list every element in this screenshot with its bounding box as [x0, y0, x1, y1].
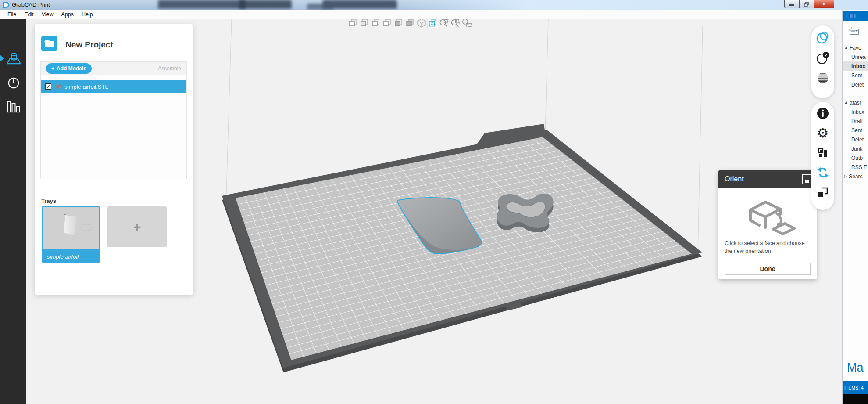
new-email-icon[interactable]: [849, 27, 859, 35]
title-bar: GrabCAD Print ▬ ✕: [0, 0, 868, 10]
tray-name: simple airfoil: [43, 249, 99, 263]
assemble-toggle[interactable]: Assemble: [158, 65, 181, 72]
folder-item[interactable]: Draft: [843, 116, 868, 126]
mail-nav-link[interactable]: Ma: [847, 361, 864, 375]
scale-icon[interactable]: [816, 185, 830, 199]
active-nav-marker: [0, 55, 4, 62]
menu-item[interactable]: Apps: [57, 10, 78, 19]
orient-rotate-icon[interactable]: [816, 166, 830, 180]
folder-item[interactable]: Unrea: [843, 52, 868, 61]
model-list-toolbar: + Add Models Assemble: [41, 62, 186, 75]
folder-item[interactable]: Delet: [843, 80, 868, 89]
folder-item[interactable]: [843, 89, 868, 94]
model-checkbox[interactable]: ✓: [45, 83, 51, 90]
model-cube-icon: [55, 83, 61, 90]
close-button[interactable]: ✕: [814, 0, 834, 8]
orient-panel-header: Orient: [718, 170, 817, 188]
tray-validate-icon[interactable]: [816, 51, 830, 65]
outlook-window-edge: O FILE ▲Favo Unrea Inbox Sent Delet ▲afa…: [842, 0, 868, 404]
settings-gear-icon[interactable]: ⚙: [816, 126, 830, 140]
model-info-icon[interactable]: [816, 106, 830, 120]
model-list: + Add Models Assemble ✓ simple airfoil.S…: [40, 61, 187, 179]
folder-item[interactable]: Sent: [843, 71, 868, 80]
tray-thumbnail: [43, 207, 99, 248]
add-models-button[interactable]: + Add Models: [46, 63, 92, 74]
folder-item[interactable]: Sent: [843, 126, 868, 135]
model-name: simple airfoil.STL: [64, 83, 108, 90]
minimize-button[interactable]: ▬: [784, 0, 799, 8]
project-folder-icon: [41, 36, 57, 51]
background-tab: [239, 0, 292, 9]
left-nav-sidebar: [0, 19, 26, 404]
background-tab: [158, 0, 246, 9]
expand-arrow-icon: ▷: [844, 174, 847, 178]
schedule-icon[interactable]: [5, 75, 22, 91]
tray-card-selected[interactable]: simple airfoil: [42, 206, 100, 263]
print-tray-icon[interactable]: [5, 50, 22, 67]
orient-title: Orient: [725, 175, 744, 183]
place-face-icon[interactable]: [802, 174, 812, 184]
folder-item[interactable]: Delet: [843, 135, 868, 144]
grabcad-logo-icon: [2, 1, 9, 8]
arrange-icon[interactable]: [816, 146, 830, 160]
folder-item[interactable]: ▷Searc: [843, 172, 868, 181]
done-button[interactable]: Done: [725, 263, 811, 275]
expand-arrow-icon: ▲: [844, 46, 848, 50]
folder-item[interactable]: ▲Favo: [843, 43, 868, 52]
display-toolbar: [811, 25, 834, 98]
plus-icon: +: [133, 220, 141, 234]
window-title: GrabCAD Print: [12, 1, 50, 8]
model-list-item[interactable]: ✓ simple airfoil.STL: [41, 80, 186, 93]
project-panel: New Project + Add Models Assemble ✓ simp…: [35, 24, 193, 295]
folder-item[interactable]: Outb: [843, 153, 868, 162]
menu-item[interactable]: View: [38, 10, 57, 19]
slice-preview-icon[interactable]: [816, 71, 830, 85]
tools-toolbar: ⚙: [811, 102, 834, 210]
orient-cube-graphic: [738, 191, 800, 239]
reports-icon[interactable]: [5, 98, 22, 115]
folder-pane: ▲Favo Unrea Inbox Sent Delet ▲afasr Inbo…: [843, 43, 868, 181]
folder-item[interactable]: Inbox: [843, 107, 868, 116]
plus-icon: +: [51, 65, 54, 72]
add-tray-card[interactable]: +: [107, 206, 167, 247]
background-tab: [322, 0, 397, 9]
menu-item[interactable]: File: [4, 10, 20, 19]
outlook-status-bar: ITEMS: 4: [843, 381, 868, 394]
menu-bar: FileEditViewAppsHelp: [0, 10, 842, 19]
folder-item[interactable]: Junk: [843, 144, 868, 153]
folder-item[interactable]: RSS F: [843, 162, 868, 172]
trays-section-label: Trays: [41, 198, 56, 204]
orient-panel: Orient Click to select a face and choose…: [718, 170, 817, 279]
folder-item[interactable]: Inbox: [843, 61, 868, 71]
project-title: New Project: [65, 40, 113, 50]
menu-item[interactable]: Edit: [20, 10, 38, 19]
menu-item[interactable]: Help: [78, 10, 97, 19]
background-tab: [307, 4, 333, 10]
orient-instruction: Click to select a face and choose the ne…: [725, 240, 811, 255]
expand-arrow-icon: ▲: [844, 101, 848, 105]
screen-edge: [843, 394, 868, 404]
folder-item[interactable]: ▲afasr: [843, 98, 868, 107]
model-display-sphere-icon[interactable]: [816, 31, 830, 45]
restore-button[interactable]: [799, 0, 814, 8]
outlook-file-tab[interactable]: FILE: [843, 11, 868, 21]
